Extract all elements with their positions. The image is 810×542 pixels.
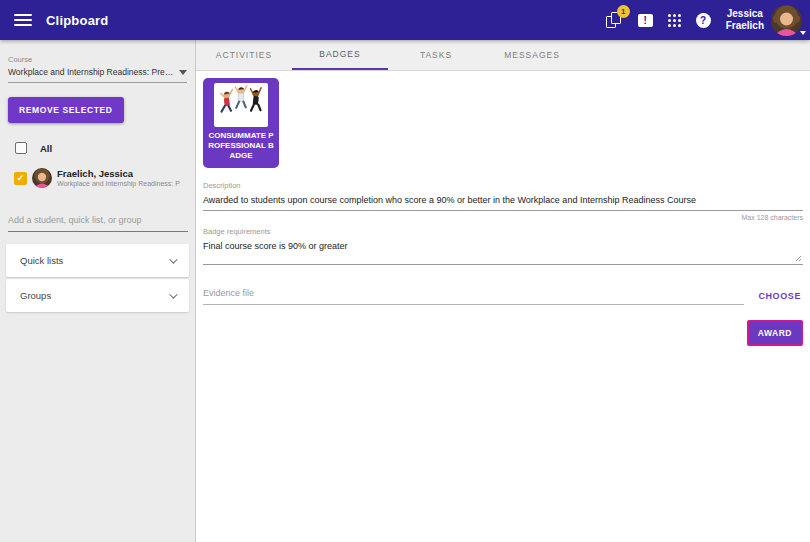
- notification-badge: 1: [617, 5, 630, 18]
- alert-icon: !: [638, 14, 653, 27]
- tab-activities[interactable]: ACTIVITIES: [196, 40, 292, 70]
- tab-bar: ACTIVITIES BADGES TASKS MESSAGES: [196, 40, 810, 71]
- help-icon: ?: [696, 13, 711, 28]
- app-header: Clipboard 1 ! ? Jessica Fraelich: [0, 0, 810, 40]
- course-label: Course: [8, 55, 187, 64]
- requirements-label: Badge requirements: [203, 227, 803, 236]
- sidebar: Course Workplace and Internship Readines…: [0, 40, 196, 542]
- badge-detail-panel: CONSUMMATE PROFESSIONAL BADGE Descriptio…: [196, 71, 810, 542]
- evidence-row: Evidence file CHOOSE: [203, 288, 803, 305]
- dropdown-arrow-icon: [179, 70, 187, 75]
- student-checkbox[interactable]: ✓: [14, 172, 27, 185]
- badge-image: [214, 83, 268, 127]
- avatar: [771, 5, 802, 36]
- app-title: Clipboard: [46, 13, 108, 28]
- remove-selected-button[interactable]: REMOVE SELECTED: [8, 97, 124, 123]
- help-button[interactable]: ?: [696, 13, 711, 28]
- tab-tasks[interactable]: TASKS: [388, 40, 484, 70]
- course-value: Workplace and Internship Readiness: Prep…: [8, 67, 175, 77]
- resize-handle-icon[interactable]: [795, 255, 802, 262]
- select-all-checkbox[interactable]: [15, 142, 27, 154]
- feedback-button[interactable]: !: [638, 14, 653, 27]
- max-chars-note: Max 128 characters: [203, 214, 803, 221]
- course-select[interactable]: Workplace and Internship Readiness: Prep…: [8, 67, 187, 83]
- account-menu-button[interactable]: Jessica Fraelich: [726, 5, 802, 36]
- choose-file-button[interactable]: CHOOSE: [756, 291, 803, 305]
- chevron-down-icon: [169, 290, 177, 298]
- caret-down-icon: [800, 31, 806, 35]
- menu-icon[interactable]: [14, 11, 32, 29]
- tab-badges[interactable]: BADGES: [292, 40, 388, 70]
- badge-name: CONSUMMATE PROFESSIONAL BADGE: [208, 131, 274, 161]
- sidebar-panels: Quick lists Groups: [6, 244, 189, 312]
- chevron-down-icon: [169, 255, 177, 263]
- student-name: Fraelich, Jessica: [57, 168, 180, 179]
- award-button[interactable]: AWARD: [747, 320, 803, 346]
- description-label: Description: [203, 181, 803, 190]
- quick-lists-label: Quick lists: [20, 255, 63, 266]
- user-name: Jessica Fraelich: [726, 8, 764, 32]
- apps-grid-icon: [668, 14, 681, 27]
- tab-messages[interactable]: MESSAGES: [484, 40, 580, 70]
- student-avatar: [32, 168, 52, 188]
- add-student-input[interactable]: [8, 215, 188, 232]
- evidence-file-field[interactable]: Evidence file: [203, 288, 744, 305]
- apps-grid-button[interactable]: [668, 14, 681, 27]
- select-all-row: All: [15, 142, 187, 154]
- badge-card[interactable]: CONSUMMATE PROFESSIONAL BADGE: [203, 78, 279, 168]
- student-row[interactable]: ✓ Fraelich, Jessica Workplace and Intern…: [14, 168, 187, 188]
- description-field[interactable]: Awarded to students upon course completi…: [203, 195, 803, 211]
- jumping-people-clipart: [215, 84, 267, 126]
- student-course: Workplace and Internship Readiness: P: [57, 179, 180, 188]
- groups-label: Groups: [20, 290, 51, 301]
- quick-lists-item[interactable]: Quick lists: [6, 244, 189, 277]
- groups-item[interactable]: Groups: [6, 279, 189, 312]
- select-all-label: All: [40, 143, 52, 154]
- header-actions: 1 ! ? Jessica Fraelich: [606, 5, 802, 36]
- requirements-field[interactable]: Final course score is 90% or greater: [203, 241, 803, 265]
- notifications-button[interactable]: 1: [606, 12, 623, 29]
